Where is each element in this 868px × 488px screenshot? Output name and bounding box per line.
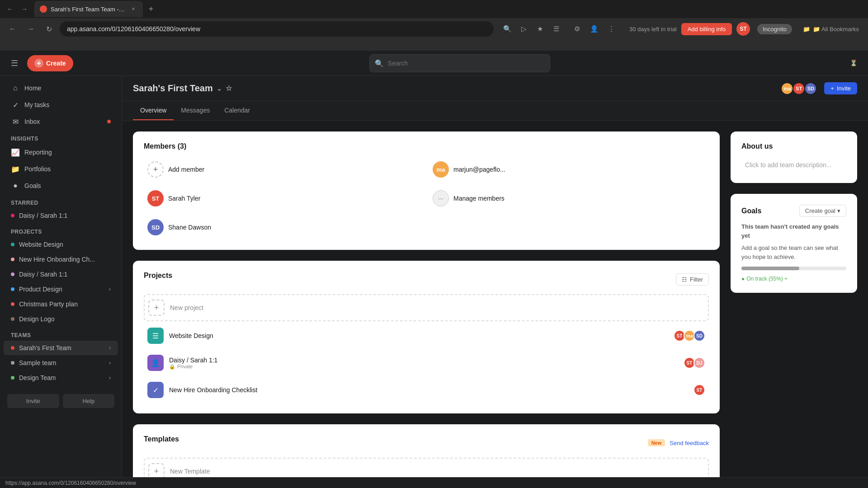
new-badge: New (648, 439, 665, 446)
sidebar-item-my-tasks[interactable]: ✓ My tasks (4, 97, 118, 113)
create-goal-button[interactable]: Create goal ▾ (799, 205, 846, 217)
search-browser-icon[interactable]: 🔍 (501, 22, 514, 36)
main-content: Sarah's First Team ⌄ ☆ ma ST SD + Invite… (122, 76, 868, 477)
sidebar-item-sarahs-first-team[interactable]: Sarah's First Team › (4, 341, 118, 355)
project-item-daisy-sarah[interactable]: 👤 Daisy / Sarah 1:1 🔒 Private ST (144, 350, 709, 375)
create-goal-chevron-icon: ▾ (837, 207, 840, 214)
member-item-sarah[interactable]: ST Sarah Tyler (144, 187, 424, 210)
design-team-dot-icon (11, 376, 14, 380)
sidebar-item-goals[interactable]: ● Goals (4, 178, 118, 194)
filter-button[interactable]: ☷ Filter (676, 273, 709, 286)
project-name-new-hire: New Hire Onboarding Checklist (169, 386, 690, 394)
sidebar-reporting-label: Reporting (24, 149, 111, 156)
sidebar-item-christmas-party[interactable]: Christmas Party plan (4, 297, 118, 311)
cast-icon[interactable]: ▷ (517, 22, 531, 36)
projects-card: Projects ☷ Filter + New project (133, 261, 720, 413)
add-member-label: Add member (168, 166, 204, 173)
new-hire-avatars: ST (695, 384, 705, 396)
team-name-chevron-icon[interactable]: ⌄ (217, 85, 222, 92)
home-icon: ⌂ (11, 84, 20, 93)
new-project-item[interactable]: + New project (144, 294, 709, 321)
sidebar-item-website-design[interactable]: Website Design (4, 237, 118, 252)
user-avatar-browser[interactable]: ST (736, 22, 750, 36)
new-tab-button[interactable]: + (145, 3, 157, 15)
sidebar-item-sample-team[interactable]: Sample team › (4, 356, 118, 370)
insights-section-label: Insights (0, 130, 122, 144)
sidebar-item-design-logo[interactable]: Design Logo (4, 312, 118, 326)
tab-close-button[interactable]: × (129, 5, 137, 14)
sample-team-dot-icon (11, 361, 14, 365)
hamburger-button[interactable]: ☰ (7, 56, 22, 70)
sidebar-item-inbox[interactable]: ✉ Inbox (4, 113, 118, 130)
project-item-website-design[interactable]: ☰ Website Design ST ma SD (144, 323, 709, 348)
member-item-manage[interactable]: ··· Manage members (429, 187, 709, 210)
sidebar-item-home[interactable]: ⌂ Home (4, 80, 118, 96)
filter-icon: ☷ (682, 276, 687, 283)
member-item-marjun[interactable]: ma marjun@pageflo... (429, 158, 709, 181)
goals-on-track-label[interactable]: ● On track (55%) + (741, 276, 846, 282)
projects-section-label: Projects (0, 223, 122, 237)
bookmark-icon[interactable]: ★ (533, 22, 547, 36)
sidebar-item-portfolios[interactable]: 📁 Portfolios (4, 161, 118, 177)
sidebar-item-design-team[interactable]: Design Team › (4, 371, 118, 385)
timer-button[interactable]: ⏳ (846, 56, 861, 70)
members-title: Members (3) (144, 142, 709, 150)
help-button[interactable]: Help (63, 394, 115, 408)
invite-button[interactable]: Invite (7, 394, 59, 408)
new-template-item[interactable]: + New Template (144, 458, 709, 477)
templates-card: Templates New Send feedback + New Templa… (133, 424, 720, 477)
member-item-shane[interactable]: SD Shane Dawson (144, 216, 424, 239)
active-tab[interactable]: Sarah's First Team Team - As... × (34, 1, 143, 17)
team-star-icon[interactable]: ☆ (226, 84, 232, 93)
status-bar: https://app.asana.com/0/1206160406650280… (0, 477, 868, 488)
address-bar[interactable] (60, 21, 494, 37)
reload-button[interactable]: ↻ (42, 22, 56, 36)
invite-team-button[interactable]: + Invite (824, 82, 857, 94)
create-button[interactable]: + Create (27, 55, 73, 71)
bookmarks-button[interactable]: 📁 📁 All Bookmarks (799, 24, 863, 34)
sidebar-item-reporting[interactable]: 📈 Reporting (4, 144, 118, 160)
sidebar-item-new-hire[interactable]: New Hire Onboarding Ch... (4, 252, 118, 267)
sidebar-design-logo-label: Design Logo (19, 315, 111, 323)
starred-section-label: Starred (0, 194, 122, 208)
back-button[interactable]: ← (4, 3, 16, 15)
sidebar-item-product-design[interactable]: Product Design › (4, 282, 118, 296)
invite-plus-icon: + (830, 85, 834, 92)
goals-card: Goals Create goal ▾ This team hasn't cre… (731, 194, 857, 293)
sarahs-first-team-chevron-icon: › (109, 345, 111, 351)
manage-members-circle-icon: ··· (433, 190, 449, 206)
sidebar-item-daisy-sarah2[interactable]: Daisy / Sarah 1:1 (4, 267, 118, 282)
daisy-sarah-icon: 👤 (147, 355, 164, 371)
extensions-button[interactable]: ⚙ (571, 22, 584, 36)
website-design-avatars: ST ma SD (675, 330, 705, 342)
send-feedback-link[interactable]: Send feedback (670, 440, 709, 446)
member-avatar-st: ST (793, 82, 805, 95)
forward-button[interactable]: → (18, 3, 31, 15)
reporting-icon: 📈 (11, 148, 20, 157)
nav-back-button[interactable]: ← (5, 22, 20, 36)
project-item-new-hire[interactable]: ✓ New Hire Onboarding Checklist ST (144, 377, 709, 403)
profile-button[interactable]: 👤 (588, 22, 601, 36)
new-hire-dot-icon (11, 258, 14, 261)
my-tasks-icon: ✓ (11, 100, 20, 109)
daisy-sarah-avatars: ST DJ (685, 357, 705, 369)
more-button[interactable]: ⋮ (605, 22, 618, 36)
about-placeholder[interactable]: Click to add team description... (741, 158, 846, 172)
new-template-label: New Template (170, 468, 210, 475)
member-name-shane: Shane Dawson (168, 224, 211, 231)
daisy-sarah2-dot-icon (11, 272, 14, 276)
sidebar-new-hire-label: New Hire Onboarding Ch... (19, 256, 111, 263)
add-member-item[interactable]: + Add member (144, 158, 424, 181)
nav-forward-button[interactable]: → (24, 22, 38, 36)
design-team-chevron-icon: › (109, 375, 111, 381)
trial-label: 30 days left in trial (629, 26, 677, 33)
sidebar-icon[interactable]: ☰ (550, 22, 563, 36)
tab-messages[interactable]: Messages (174, 101, 217, 120)
starred-dot-icon (11, 214, 14, 217)
member-avatar-sd: SD (804, 82, 817, 95)
search-input[interactable] (369, 54, 550, 72)
tab-calendar[interactable]: Calendar (217, 101, 257, 120)
sidebar-item-daisy-sarah[interactable]: Daisy / Sarah 1:1 (4, 208, 118, 223)
tab-overview[interactable]: Overview (133, 101, 174, 120)
add-billing-button[interactable]: Add billing info (681, 23, 732, 35)
